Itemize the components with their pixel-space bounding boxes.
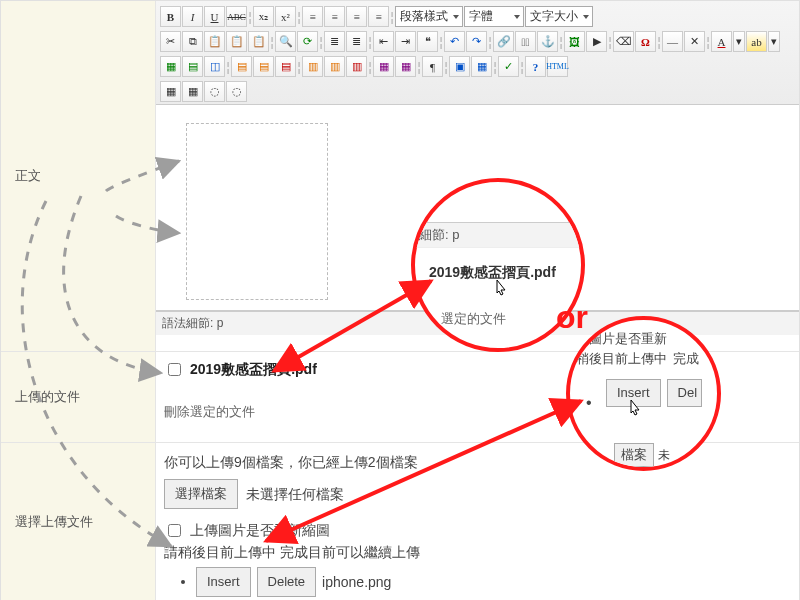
label-select-upload: 選擇上傳文件 (1, 443, 156, 600)
choose-file-button[interactable]: 選擇檔案 (164, 479, 238, 509)
font-family-select[interactable]: 字體 (464, 6, 524, 27)
status-value: p (217, 316, 224, 330)
find-button[interactable]: 🔍 (275, 31, 296, 52)
paste-text-button[interactable]: 📋 (226, 31, 247, 52)
backcolor-dd[interactable]: ▾ (768, 31, 780, 52)
wait-line: 請稍後目前上傳中 完成目前可以繼續上傳 (164, 541, 791, 563)
zoom2-choose-trunc[interactable]: 檔案 (614, 443, 654, 467)
zoom1-filename: 2019敷感盃摺頁.pdf (429, 264, 556, 282)
editor-toolbar: B I U ABC ¦ x₂ x² ¦ ≡ ≡ ≡ ≡ ¦ 段落樣式 字體 文字… (156, 1, 799, 105)
merge-button[interactable]: ▦ (373, 56, 394, 77)
col-del-button[interactable]: ▥ (346, 56, 367, 77)
bullet-icon: • (586, 393, 592, 413)
table-misc2-button[interactable]: ▦ (182, 81, 203, 102)
blockquote-button[interactable]: ❝ (417, 31, 438, 52)
italic-button[interactable]: I (182, 6, 203, 27)
hr-button[interactable]: — (662, 31, 683, 52)
label-uploaded: 上傳的文件 (1, 352, 156, 442)
pending-item: Insert Delete iphone.png (196, 567, 791, 597)
backcolor-button[interactable]: ab (746, 31, 767, 52)
zoom2-line2b: 完成 (673, 349, 699, 369)
align-justify-button[interactable]: ≡ (368, 6, 389, 27)
undo-button[interactable]: ↶ (444, 31, 465, 52)
row-before-button[interactable]: ▤ (231, 56, 252, 77)
clear-button[interactable]: ✕ (684, 31, 705, 52)
table-misc1-button[interactable]: ▦ (160, 81, 181, 102)
subscript-button[interactable]: x₂ (253, 6, 274, 27)
indent-button[interactable]: ⇥ (395, 31, 416, 52)
quota-line: 你可以上傳9個檔案，你已經上傳2個檔案 (164, 451, 791, 473)
superscript-button[interactable]: x² (275, 6, 296, 27)
anchor-button[interactable]: ⚓ (537, 31, 558, 52)
delete-button[interactable]: Delete (257, 567, 317, 597)
zoom2-choose-right: 未 (658, 445, 670, 465)
clear-format-button[interactable]: ⌫ (613, 31, 634, 52)
resize-checkbox-row[interactable]: 上傳圖片是否重新縮圖 (164, 519, 791, 541)
invisible-chars-button[interactable]: ¶ (422, 56, 443, 77)
html-button[interactable]: HTML (547, 56, 568, 77)
unlink-button[interactable]: ⚓⃠ (515, 31, 536, 52)
media-button[interactable]: ▶ (586, 31, 607, 52)
underline-button[interactable]: U (204, 6, 225, 27)
row-props-button[interactable]: ▤ (182, 56, 203, 77)
no-file-label: 未選擇任何檔案 (246, 483, 344, 505)
fullpage-button[interactable]: ▣ (449, 56, 470, 77)
or-label: or (556, 299, 588, 336)
row-after-button[interactable]: ▤ (253, 56, 274, 77)
zoom1-selected: 選定的文件 (441, 310, 506, 328)
ul-button[interactable]: ≣ (324, 31, 345, 52)
replace-button[interactable]: ⟳ (297, 31, 318, 52)
strike-button[interactable]: ABC (226, 6, 247, 27)
pending-list: Insert Delete iphone.png (178, 567, 791, 597)
align-right-button[interactable]: ≡ (346, 6, 367, 27)
resize-checkbox[interactable] (168, 524, 181, 537)
table-misc3-button[interactable]: ◌ (204, 81, 225, 102)
label-body: 正文 (1, 1, 156, 351)
char-button[interactable]: Ω (635, 31, 656, 52)
col-before-button[interactable]: ▥ (302, 56, 323, 77)
paragraph-style-select[interactable]: 段落樣式 (395, 6, 463, 27)
image-placeholder[interactable] (186, 123, 328, 300)
cell-props-button[interactable]: ◫ (204, 56, 225, 77)
select-cell: 你可以上傳9個檔案，你已經上傳2個檔案 選擇檔案 未選擇任何檔案 上傳圖片是否重… (156, 443, 799, 600)
forecolor-button[interactable]: A (711, 31, 732, 52)
copy-button[interactable]: ⧉ (182, 31, 203, 52)
align-left-button[interactable]: ≡ (302, 6, 323, 27)
zoom2-line2a: 稍後目前上傳中 (576, 349, 667, 369)
table-button[interactable]: ▦ (160, 56, 181, 77)
link-button[interactable]: 🔗 (493, 31, 514, 52)
uploaded-file-name: 2019敷感盃摺頁.pdf (190, 361, 317, 379)
label-uploaded-text: 上傳的文件 (15, 388, 80, 406)
status-prefix: 語法細節: (162, 316, 217, 330)
row-del-button[interactable]: ▤ (275, 56, 296, 77)
label-body-text: 正文 (15, 167, 41, 185)
col-after-button[interactable]: ▥ (324, 56, 345, 77)
paste-button[interactable]: 📋 (204, 31, 225, 52)
outdent-button[interactable]: ⇤ (373, 31, 394, 52)
resize-checkbox-label: 上傳圖片是否重新縮圖 (190, 519, 330, 541)
label-select-upload-text: 選擇上傳文件 (15, 513, 93, 531)
zoom-circle-buttons: 傳圖片是否重新 稍後目前上傳中 完成 • Insert Del 檔案 未 (566, 316, 721, 471)
image-button[interactable]: 🖼 (564, 31, 585, 52)
uploaded-file-checkbox[interactable] (168, 363, 181, 376)
table-misc4-button[interactable]: ◌ (226, 81, 247, 102)
ol-button[interactable]: ≣ (346, 31, 367, 52)
forecolor-dd[interactable]: ▾ (733, 31, 745, 52)
zoom2-insert-button[interactable]: Insert (606, 379, 661, 407)
page-root: 正文 B I U ABC ¦ x₂ x² ¦ ≡ ≡ ≡ ≡ ¦ (0, 0, 800, 600)
insert-button[interactable]: Insert (196, 567, 251, 597)
bold-button[interactable]: B (160, 6, 181, 27)
zoom2-line1: 傳圖片是否重新 (576, 329, 711, 349)
redo-button[interactable]: ↷ (466, 31, 487, 52)
zoom2-delete-button[interactable]: Del (667, 379, 703, 407)
paste-word-button[interactable]: 📋 (248, 31, 269, 52)
help-button[interactable]: ? (525, 56, 546, 77)
template-button[interactable]: ▦ (471, 56, 492, 77)
delete-selected-link[interactable]: 刪除選定的文件 (164, 403, 255, 421)
align-center-button[interactable]: ≡ (324, 6, 345, 27)
cut-button[interactable]: ✂ (160, 31, 181, 52)
spellcheck-button[interactable]: ✓ (498, 56, 519, 77)
pending-filename: iphone.png (322, 571, 391, 593)
font-size-select[interactable]: 文字大小 (525, 6, 593, 27)
split-button[interactable]: ▦ (395, 56, 416, 77)
